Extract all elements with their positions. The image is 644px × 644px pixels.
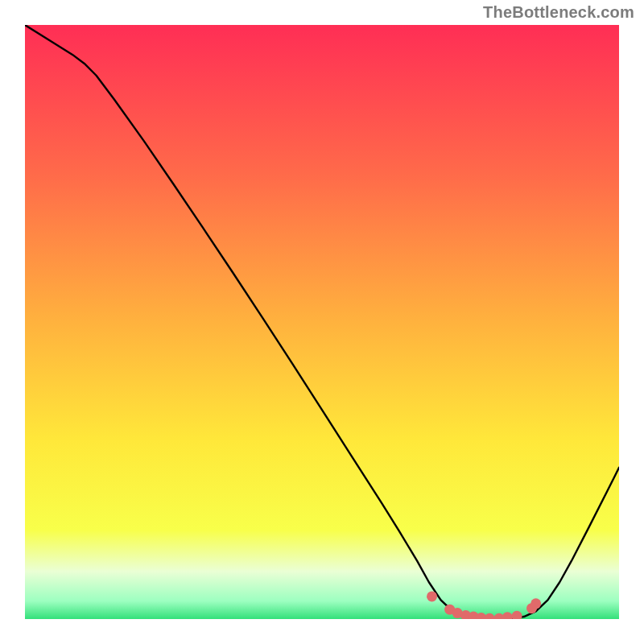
chart-background-gradient — [25, 25, 619, 619]
optimal-zone-marker — [427, 591, 437, 601]
bottleneck-curve-chart — [25, 25, 619, 619]
attribution-watermark: TheBottleneck.com — [483, 3, 634, 22]
chart-container: TheBottleneck.com — [0, 0, 644, 644]
optimal-zone-marker — [530, 598, 541, 609]
